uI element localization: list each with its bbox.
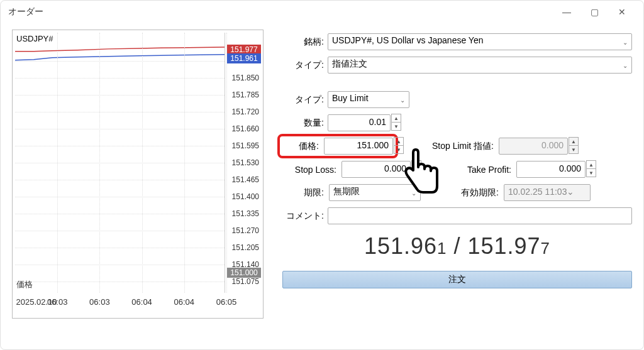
take-profit-input[interactable]: 0.000 [516,161,586,178]
y-tick: 151.595 [232,141,259,150]
y-tick: 151.850 [232,74,259,82]
x-tick: 06:03 [89,297,110,307]
expiration-date-select: 10.02.25 11:03⌄ [504,184,591,201]
chevron-down-icon: ⌄ [623,38,628,45]
bid-ask-display: 151.961 / 151.977 [282,233,632,260]
y-tick: 151.465 [232,175,259,184]
window-title: オーダー [8,6,43,18]
price-stepper[interactable]: ▲▼ [394,137,404,154]
x-tick: 06:04 [131,297,152,307]
expiration-date-label: 有効期限: [446,187,499,199]
stop-loss-label: Stop Loss: [282,165,336,175]
quantity-input[interactable]: 0.01 [328,114,391,131]
y-tick: 151.720 [232,107,259,116]
chevron-down-icon: ⌄ [567,187,574,197]
y-tick: 151.530 [232,158,259,167]
stop-limit-input: 0.000 [499,138,568,155]
pending-type-select[interactable]: Buy Limit⌄ [328,91,409,108]
chart-plot-area: 151.915151.850151.785151.720151.660151.5… [15,33,225,293]
x-tick: 06:03 [47,297,68,307]
take-profit-label: Take Profit: [436,165,511,175]
price-label: 価格: [282,141,319,152]
bid-price-badge: 151.961 [227,53,261,63]
quantity-stepper[interactable]: ▲▼ [391,114,401,131]
y-tick: 151.400 [232,192,259,201]
take-profit-stepper[interactable]: ▲▼ [586,160,596,177]
comment-label: コメント: [282,211,324,222]
stop-limit-stepper: ▲▼ [569,137,579,154]
quantity-label: 数量: [282,118,324,129]
y-tick: 151.660 [232,124,259,133]
price-input[interactable]: 151.000 [324,138,393,155]
y-tick: 151.785 [232,90,259,99]
minimize-button[interactable]: ― [553,3,580,21]
symbol-label: 銘柄: [282,36,324,48]
chevron-down-icon: ⌄ [400,96,405,103]
order-form: 銘柄: USDJPY#, US Dollar vs Japanese Yen⌄ … [282,30,632,319]
chart-y-axis-label: 価格 [16,279,33,290]
y-tick: 151.075 [232,277,259,286]
y-tick: 151.270 [232,226,259,235]
order-type-select[interactable]: 指値注文⌄ [328,57,632,74]
close-button[interactable]: ✕ [608,3,636,21]
titlebar: オーダー ― ▢ ✕ [1,1,643,23]
order-window: オーダー ― ▢ ✕ USDJPY# 151.915151.850151.785… [0,0,644,350]
y-tick: 151.335 [232,209,259,218]
spinner-up-icon[interactable]: ▲ [392,114,401,123]
symbol-select[interactable]: USDJPY#, US Dollar vs Japanese Yen⌄ [328,33,632,50]
submit-order-button[interactable]: 注文 [282,271,632,288]
price-chart: USDJPY# 151.915151.850151.785151.720151.… [12,30,264,319]
stop-limit-label: Stop Limit 指値: [418,141,494,152]
order-type-label: タイプ: [282,60,324,71]
x-tick: 06:05 [216,297,237,307]
spinner-down-icon[interactable]: ▼ [392,123,401,130]
x-tick: 06:04 [174,297,195,307]
spinner-down-icon[interactable]: ▼ [394,146,403,153]
comment-input[interactable] [328,207,632,224]
y-tick: 151.205 [232,243,259,252]
maximize-button[interactable]: ▢ [580,3,608,21]
chevron-down-icon: ⌄ [623,62,628,68]
stop-loss-input[interactable]: 0.000 [341,161,411,178]
spinner-up-icon[interactable]: ▲ [394,138,403,146]
current-price-badge: 151.000 [227,268,261,278]
chevron-down-icon: ⌄ [411,189,416,196]
pending-type-label: タイプ: [282,94,324,106]
stop-loss-stepper[interactable]: ▲▼ [411,160,421,177]
expiration-type-select[interactable]: 無期限⌄ [329,184,421,201]
expiration-type-label: 期限: [282,187,324,199]
